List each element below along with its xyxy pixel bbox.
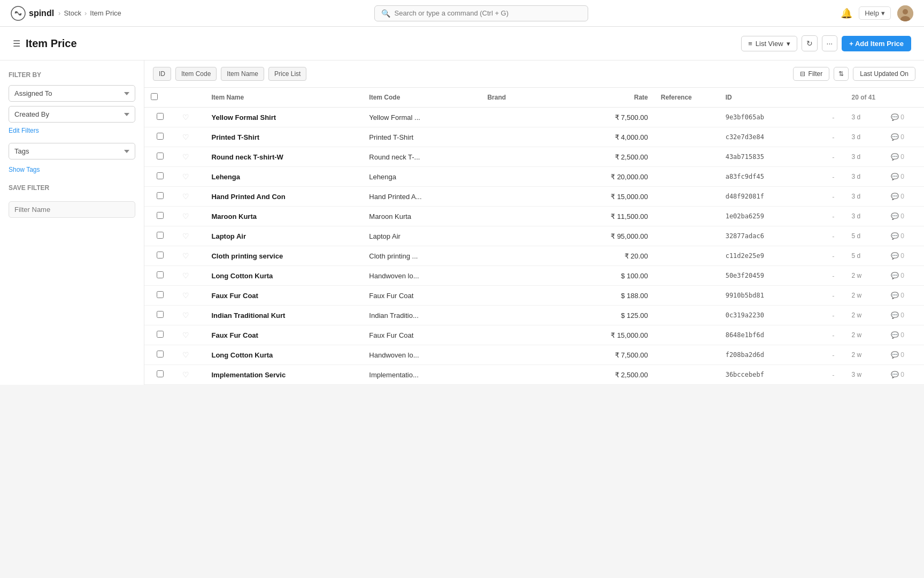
row-time: 2 w bbox=[845, 345, 885, 365]
help-button[interactable]: Help ▾ bbox=[859, 6, 891, 20]
row-checkbox[interactable] bbox=[157, 370, 164, 377]
breadcrumb-stock[interactable]: Stock bbox=[64, 9, 81, 17]
row-checkbox[interactable] bbox=[157, 271, 164, 278]
row-dash: - bbox=[821, 187, 845, 207]
logo[interactable]: spindl bbox=[11, 6, 54, 21]
row-checkbox[interactable] bbox=[157, 172, 164, 179]
favorite-icon[interactable]: ♡ bbox=[182, 192, 189, 201]
favorite-icon[interactable]: ♡ bbox=[182, 212, 189, 220]
comment-icon: 💬 bbox=[891, 133, 899, 141]
filter-name-input[interactable] bbox=[9, 201, 135, 218]
row-checkbox[interactable] bbox=[157, 311, 164, 318]
row-dash: - bbox=[821, 306, 845, 325]
list-view-button[interactable]: ≡ List View ▾ bbox=[741, 36, 797, 51]
favorite-icon[interactable]: ♡ bbox=[182, 271, 189, 280]
favorite-icon[interactable]: ♡ bbox=[182, 291, 189, 300]
row-rate: ₹ 15,000.00 bbox=[560, 187, 654, 207]
sort-button[interactable]: ⇅ bbox=[834, 67, 849, 81]
hamburger-icon[interactable]: ☰ bbox=[13, 39, 20, 49]
row-checkbox[interactable] bbox=[157, 291, 164, 298]
row-comment: 💬 0 bbox=[884, 325, 924, 345]
row-comment: 💬 0 bbox=[884, 286, 924, 306]
row-checkbox[interactable] bbox=[157, 212, 164, 219]
favorite-icon[interactable]: ♡ bbox=[182, 252, 189, 260]
row-checkbox[interactable] bbox=[157, 113, 164, 120]
comment-icon: 💬 bbox=[891, 272, 899, 279]
row-checkbox-cell bbox=[144, 207, 176, 226]
favorite-icon[interactable]: ♡ bbox=[182, 331, 189, 339]
row-checkbox-cell bbox=[144, 365, 176, 385]
item-code-filter-tag[interactable]: Item Code bbox=[175, 67, 217, 81]
table-header-row: Item Name Item Code Brand Rate Reference bbox=[144, 88, 924, 108]
row-brand bbox=[481, 246, 559, 266]
row-checkbox[interactable] bbox=[157, 153, 164, 159]
assigned-to-select[interactable]: Assigned To bbox=[9, 85, 135, 102]
row-fav-cell: ♡ bbox=[176, 345, 205, 365]
sidebar: Filter By Assigned To Created By Edit Fi… bbox=[0, 60, 144, 385]
row-reference bbox=[654, 345, 719, 365]
favorite-icon[interactable]: ♡ bbox=[182, 113, 189, 121]
comment-count: 0 bbox=[900, 232, 904, 240]
row-checkbox[interactable] bbox=[157, 133, 164, 140]
search-input[interactable] bbox=[395, 9, 581, 17]
row-item-name: Implementation Servic bbox=[205, 365, 363, 385]
list-view-icon: ≡ bbox=[748, 40, 752, 48]
row-dash: - bbox=[821, 246, 845, 266]
comment-icon: 💬 bbox=[891, 371, 899, 378]
more-options-button[interactable]: ··· bbox=[822, 35, 838, 51]
last-updated-button[interactable]: Last Updated On bbox=[853, 67, 915, 81]
add-item-price-button[interactable]: + Add Item Price bbox=[842, 36, 911, 51]
svg-point-1 bbox=[15, 11, 17, 13]
select-all-checkbox[interactable] bbox=[151, 93, 158, 100]
row-dash: - bbox=[821, 345, 845, 365]
header-reference: Reference bbox=[654, 88, 719, 108]
row-comment: 💬 0 bbox=[884, 306, 924, 325]
row-checkbox-cell bbox=[144, 345, 176, 365]
id-filter-tag[interactable]: ID bbox=[153, 67, 171, 81]
pagination-info: 20 of 41 bbox=[852, 94, 878, 101]
row-id: 50e3f20459 bbox=[719, 266, 822, 286]
row-checkbox[interactable] bbox=[157, 351, 164, 358]
row-checkbox[interactable] bbox=[157, 331, 164, 338]
row-time: 2 w bbox=[845, 286, 885, 306]
show-tags-link[interactable]: Show Tags bbox=[9, 166, 135, 173]
row-fav-cell: ♡ bbox=[176, 246, 205, 266]
row-checkbox-cell bbox=[144, 147, 176, 167]
header-checkbox-cell bbox=[144, 88, 176, 108]
row-dash: - bbox=[821, 108, 845, 127]
item-name-filter-tag[interactable]: Item Name bbox=[221, 67, 264, 81]
row-item-name: Maroon Kurta bbox=[205, 207, 363, 226]
row-checkbox[interactable] bbox=[157, 252, 164, 258]
favorite-icon[interactable]: ♡ bbox=[182, 232, 189, 240]
favorite-icon[interactable]: ♡ bbox=[182, 172, 189, 181]
breadcrumb-item-price[interactable]: Item Price bbox=[90, 9, 121, 17]
search-box[interactable]: 🔍 bbox=[374, 5, 588, 21]
comment-count: 0 bbox=[900, 193, 904, 200]
favorite-icon[interactable]: ♡ bbox=[182, 351, 189, 359]
row-dash: - bbox=[821, 147, 845, 167]
filter-button[interactable]: ⊟ Filter bbox=[793, 67, 830, 81]
avatar-image bbox=[897, 5, 913, 21]
row-reference bbox=[654, 286, 719, 306]
favorite-icon[interactable]: ♡ bbox=[182, 370, 189, 379]
edit-filters-link[interactable]: Edit Filters bbox=[9, 127, 135, 134]
page-title: Item Price bbox=[26, 37, 77, 50]
avatar[interactable] bbox=[897, 5, 913, 21]
row-dash: - bbox=[821, 167, 845, 187]
comment-count: 0 bbox=[900, 252, 904, 260]
table-row: ♡ Faux Fur Coat Faux Fur Coat ₹ 15,000.0… bbox=[144, 325, 924, 345]
price-list-filter-tag[interactable]: Price List bbox=[268, 67, 306, 81]
row-checkbox[interactable] bbox=[157, 192, 164, 199]
refresh-button[interactable]: ↻ bbox=[802, 35, 818, 51]
row-item-name: Laptop Air bbox=[205, 226, 363, 246]
favorite-icon[interactable]: ♡ bbox=[182, 133, 189, 141]
favorite-icon[interactable]: ♡ bbox=[182, 153, 189, 161]
filter-icon: ⊟ bbox=[800, 70, 805, 78]
favorite-icon[interactable]: ♡ bbox=[182, 311, 189, 320]
created-by-select[interactable]: Created By bbox=[9, 106, 135, 123]
row-dash: - bbox=[821, 325, 845, 345]
bell-icon[interactable]: 🔔 bbox=[841, 7, 852, 19]
comment-count: 0 bbox=[900, 331, 904, 339]
tags-select[interactable]: Tags bbox=[9, 143, 135, 159]
row-checkbox[interactable] bbox=[157, 232, 164, 239]
